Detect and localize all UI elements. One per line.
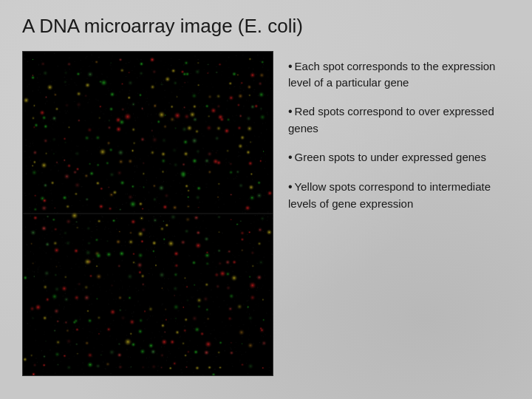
bullet-item-3: •Green spots to under expressed genes — [288, 149, 510, 166]
slide-container: A DNA microarray image (E. coli) •Each s… — [0, 0, 532, 399]
bullet-dot: • — [288, 151, 293, 163]
slide-body: •Each spot corresponds to the expression… — [22, 51, 510, 384]
bullet-item-1: •Each spot corresponds to the expression… — [288, 58, 510, 90]
microarray-image — [22, 51, 273, 376]
bullet-item-2: •Red spots correspond to over expressed … — [288, 103, 510, 135]
bullet-dot: • — [288, 180, 293, 193]
bullet-dot: • — [288, 60, 293, 72]
bullet-list: •Each spot corresponds to the expression… — [288, 51, 510, 384]
bullet-dot: • — [288, 105, 293, 117]
bullet-item-4: •Yellow spots correspond to intermediate… — [288, 179, 510, 211]
microarray-canvas — [23, 52, 273, 375]
slide-title: A DNA microarray image (E. coli) — [22, 15, 510, 38]
